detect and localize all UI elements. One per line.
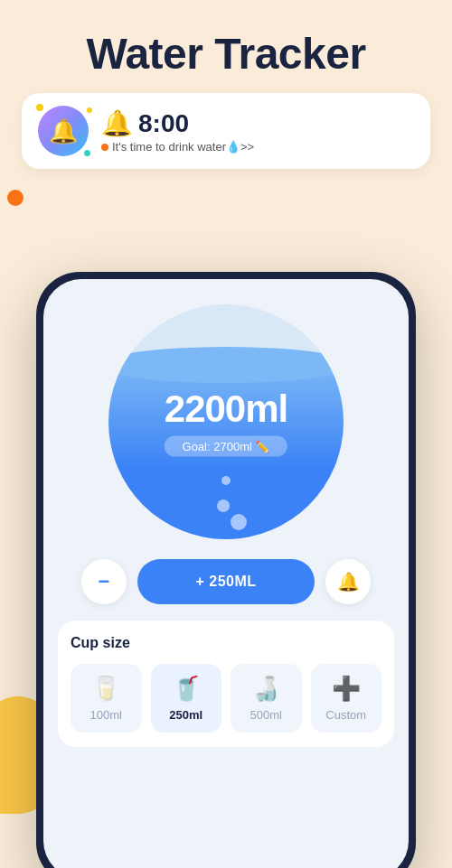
phone-screen: 2200ml Goal: 2700ml ✏️ − + 250ML 🔔 Cup s… <box>43 279 409 868</box>
notification-banner[interactable]: 🔔 🔔 8:00 It's time to drink water💧>> <box>22 93 430 169</box>
controls-row: − + 250ML 🔔 <box>81 559 371 604</box>
cup-size-section: Cup size 🥛 100ml 🥤 250ml 🍶 500ml <box>58 621 394 747</box>
water-wave <box>108 347 344 383</box>
cup-label-250ml: 250ml <box>169 708 202 722</box>
spark-dot-tl <box>36 104 43 111</box>
cup-label-500ml: 500ml <box>250 708 282 722</box>
cup-option-500ml[interactable]: 🍶 500ml <box>231 664 302 733</box>
cup-option-100ml[interactable]: 🥛 100ml <box>71 664 142 733</box>
page-title: Water Tracker <box>0 0 452 93</box>
notification-time: 🔔 8:00 <box>101 108 254 138</box>
left-orange-decoration <box>7 190 24 206</box>
cup-icon-100ml: 🥛 <box>91 675 120 703</box>
cup-option-custom[interactable]: ➕ Custom <box>311 664 382 733</box>
water-text-overlay: 2200ml Goal: 2700ml ✏️ <box>165 387 287 457</box>
cup-option-250ml[interactable]: 🥤 250ml <box>151 664 222 733</box>
bubble-2 <box>217 499 230 512</box>
water-amount: 2200ml <box>165 387 287 431</box>
notification-subtitle: It's time to drink water💧>> <box>101 140 254 154</box>
bubble-1 <box>221 476 231 485</box>
cup-label-100ml: 100ml <box>90 708 122 722</box>
cup-icon-250ml: 🥤 <box>172 675 201 703</box>
water-goal: Goal: 2700ml ✏️ <box>165 436 287 457</box>
notification-text: 🔔 8:00 It's time to drink water💧>> <box>101 108 254 154</box>
phone-mockup: 2200ml Goal: 2700ml ✏️ − + 250ML 🔔 Cup s… <box>36 272 416 868</box>
spark-dot-tr <box>87 107 92 113</box>
add-water-button[interactable]: + 250ML <box>137 559 315 604</box>
minus-button[interactable]: − <box>81 559 127 604</box>
cup-icon-custom: ➕ <box>332 675 361 703</box>
notification-icon-wrapper: 🔔 <box>38 106 89 156</box>
orange-dot <box>101 144 108 151</box>
bell-button[interactable]: 🔔 <box>325 559 371 604</box>
cup-options-list: 🥛 100ml 🥤 250ml 🍶 500ml ➕ Custom <box>71 664 381 733</box>
notification-time-icon: 🔔 <box>101 108 133 138</box>
spark-dot-br <box>84 150 90 156</box>
bell-icon: 🔔 <box>49 117 78 145</box>
cup-size-title: Cup size <box>71 635 381 651</box>
cup-label-custom: Custom <box>325 708 366 722</box>
cup-icon-500ml: 🍶 <box>251 675 280 703</box>
water-circle: 2200ml Goal: 2700ml ✏️ <box>108 304 344 539</box>
